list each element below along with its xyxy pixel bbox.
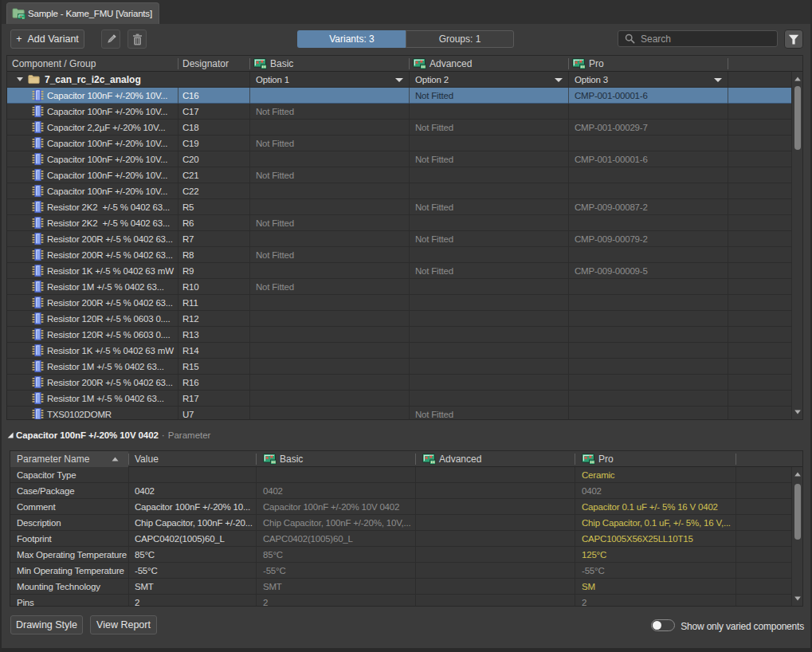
add-variant-button[interactable]: + Add Variant: [10, 29, 84, 49]
component-row-R15[interactable]: Resistor 1M +/-5 % 0402 63...R15: [7, 359, 791, 375]
column-separator: [249, 247, 250, 263]
designator-cell: R10: [178, 279, 249, 294]
column-header-basic[interactable]: Basic: [256, 451, 415, 467]
component-row-R13[interactable]: Resistor 120R +/-5 % 0603 0....R13: [7, 327, 791, 343]
column-header-advanced[interactable]: Advanced: [415, 451, 575, 467]
scroll-thumb[interactable]: [794, 86, 801, 150]
drawing-style-button[interactable]: Drawing Style: [10, 615, 83, 634]
search-box[interactable]: [618, 30, 778, 47]
column-separator: [415, 454, 416, 465]
collapse-triangle-icon[interactable]: [7, 432, 14, 438]
variant-option-dropdown[interactable]: Option 1: [249, 72, 409, 87]
parameter-row-min-operating-temperature[interactable]: Min Operating Temperature-55°C-55°C-55°C: [10, 563, 791, 579]
view-report-button[interactable]: View Report: [90, 615, 157, 634]
component-row-R7[interactable]: Resistor 200R +/-5 % 0402 63...R7Not Fit…: [7, 231, 791, 247]
component-name: Capacitor 100nF +/-20% 10V...: [47, 139, 167, 148]
scroll-up-arrow[interactable]: [794, 77, 801, 81]
component-row-C18[interactable]: Capacitor 2,2µF +/-20% 10V...C18Not Fitt…: [7, 120, 791, 136]
column-header-pro[interactable]: Pro: [575, 451, 736, 467]
scroll-up-arrow[interactable]: [794, 472, 801, 477]
chevron-down-icon[interactable]: [555, 78, 563, 82]
component-row-C19[interactable]: Capacitor 100nF +/-20% 10V...C19Not Fitt…: [7, 136, 791, 151]
column-separator: [128, 499, 129, 515]
filter-button[interactable]: [784, 29, 803, 49]
pro-cell: [568, 359, 728, 374]
column-separator: [409, 375, 410, 391]
component-row-U7[interactable]: TXS0102DOMRU7Not Fitted: [7, 407, 791, 419]
component-row-R9[interactable]: Resistor 1K +/-5 % 0402 63 mWR9Not Fitte…: [7, 263, 791, 279]
parameter-table-header: Parameter Name Value Basic Advanced Pro: [10, 451, 802, 467]
parameter-row-max-operating-temperature[interactable]: Max Operating Temperature85°C85°C125°C: [10, 547, 791, 563]
column-separator: [568, 183, 569, 199]
variant-option-dropdown[interactable]: Option 2: [409, 72, 568, 87]
column-header-designator[interactable]: Designator: [178, 56, 249, 72]
component-chip-icon: [32, 217, 44, 229]
tab-groups[interactable]: Groups: 1: [406, 30, 514, 48]
show-varied-toggle[interactable]: [651, 619, 675, 631]
component-name: Resistor 200R +/-5 % 0402 63...: [47, 250, 173, 260]
basic-cell: [249, 311, 409, 326]
component-row-C22[interactable]: Capacitor 100nF +/-20% 10V...C22: [7, 183, 791, 199]
column-separator: [249, 167, 250, 183]
delete-variant-button[interactable]: [127, 29, 147, 49]
parameter-row-mounting-technology[interactable]: Mounting TechnologySMTSMTSM: [10, 579, 791, 595]
component-row-R14[interactable]: Resistor 1K +/-5 % 0402 63 mWR14: [7, 343, 791, 359]
component-row-C16[interactable]: Capacitor 100nF +/-20% 10V...C16Not Fitt…: [7, 88, 791, 104]
advanced-cell: [415, 579, 575, 594]
parameter-row-case-package[interactable]: Case/Package040204020402: [10, 483, 791, 499]
column-separator: [178, 183, 178, 199]
column-separator: [736, 547, 736, 563]
component-row-C20[interactable]: Capacitor 100nF +/-20% 10V...C20Not Fitt…: [7, 151, 791, 167]
parameter-row-capacitor-type[interactable]: Capacitor TypeCeramic: [10, 467, 791, 483]
pro-cell: CAPC1005X56X25LL10T15: [575, 531, 736, 546]
component-chip-icon: [32, 392, 44, 404]
search-input[interactable]: [641, 33, 760, 45]
group-row[interactable]: 7_can_rc_i2c_analogOption 1Option 2Optio…: [7, 72, 791, 88]
column-header-advanced[interactable]: Advanced: [409, 56, 568, 72]
chevron-down-icon[interactable]: [395, 78, 403, 82]
component-row-R8[interactable]: Resistor 200R +/-5 % 0402 63...R8Not Fit…: [7, 247, 791, 263]
component-chip-icon: [32, 201, 44, 213]
parameter-table-scrollbar[interactable]: [791, 467, 802, 606]
column-header-parameter-name[interactable]: Parameter Name: [10, 451, 128, 467]
parameter-name-cell: Capacitor Type: [10, 467, 128, 482]
component-chip-icon: [32, 249, 44, 261]
component-row-C21[interactable]: Capacitor 100nF +/-20% 10V...C21Not Fitt…: [7, 167, 791, 183]
parameter-row-comment[interactable]: CommentCapacitor 100nF +/-20% 10...Capac…: [10, 499, 791, 515]
component-name-cell: Resistor 120R +/-5 % 0603 0....: [7, 311, 178, 326]
variants-table-scrollbar[interactable]: [791, 72, 802, 419]
component-row-R10[interactable]: Resistor 1M +/-5 % 0402 63...R10Not Fitt…: [7, 279, 791, 295]
chevron-down-icon[interactable]: [714, 78, 722, 82]
scroll-thumb[interactable]: [794, 484, 801, 540]
pro-cell: Chip Capacitor, 0.1 uF, +/- 5%, 16 V,...: [575, 515, 736, 530]
parameter-row-footprint[interactable]: FootprintCAPC0402(1005)60_LCAPC0402(1005…: [10, 531, 791, 547]
variant-option-dropdown[interactable]: Option 3: [568, 72, 728, 87]
component-row-R6[interactable]: Resistor 2K2 +/-5 % 0402 63...R6Not Fitt…: [7, 215, 791, 231]
component-row-R11[interactable]: Resistor 200R +/-5 % 0402 63...R11: [7, 295, 791, 311]
component-row-R16[interactable]: Resistor 200R +/-5 % 0402 63...R16: [7, 375, 791, 391]
tab-variants[interactable]: Variants: 3: [297, 30, 406, 48]
designator-cell: R6: [178, 215, 249, 230]
collapse-arrow-icon[interactable]: [17, 77, 23, 81]
column-separator: [728, 167, 728, 183]
show-varied-label: Show only varied components: [681, 621, 804, 632]
column-header-component-group[interactable]: Component / Group: [7, 56, 178, 72]
basic-cell: [249, 359, 409, 374]
component-row-R17[interactable]: Resistor 1M +/-5 % 0402 63...R17: [7, 391, 791, 407]
parameter-row-pins[interactable]: Pins222: [10, 595, 791, 606]
parameter-row-description[interactable]: DescriptionChip Capacitor, 100nF +/-20..…: [10, 515, 791, 531]
scroll-down-arrow[interactable]: [794, 410, 801, 414]
column-separator: [736, 483, 736, 499]
document-tab[interactable]: Sample - Kame_FMU [Variants]: [6, 2, 159, 24]
column-header-pro[interactable]: Pro: [568, 56, 728, 72]
component-row-R5[interactable]: Resistor 2K2 +/-5 % 0402 63...R5Not Fitt…: [7, 199, 791, 215]
component-row-C17[interactable]: Capacitor 100nF +/-20% 10V...C17Not Fitt…: [7, 104, 791, 120]
column-header-value[interactable]: Value: [128, 451, 256, 467]
detail-subtitle: Parameter: [168, 430, 211, 440]
edit-variant-button[interactable]: [101, 29, 120, 49]
component-chip-icon: [32, 169, 44, 181]
scroll-down-arrow[interactable]: [794, 596, 801, 601]
column-header-basic[interactable]: Basic: [249, 56, 409, 72]
column-label: Basic: [280, 454, 303, 465]
component-row-R12[interactable]: Resistor 120R +/-5 % 0603 0....R12: [7, 311, 791, 327]
